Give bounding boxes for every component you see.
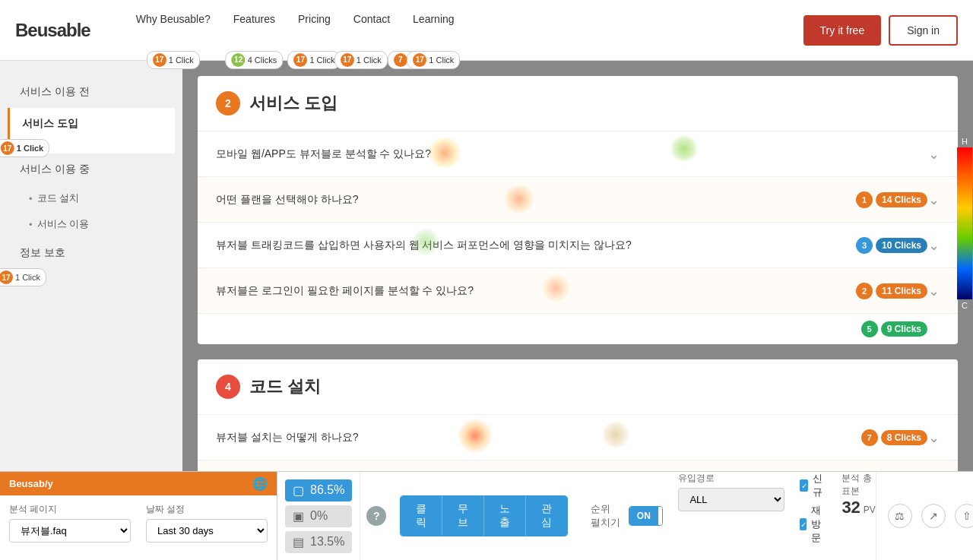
sidebar-item-service-use[interactable]: 서비스 이용 bbox=[8, 211, 175, 237]
tablet-pct: 13.5% bbox=[310, 535, 344, 549]
globe-icon: 🌐 bbox=[252, 476, 268, 491]
click-indicator-1-5: 5 9 Clicks bbox=[861, 321, 927, 337]
bottom-left-panel: Beusab/y 🌐 분석 페이지 뷰저블.faq 날짜 설정 Last 30 … bbox=[0, 472, 277, 560]
faq-chevron-1-2: ⌄ bbox=[928, 191, 940, 208]
click-indicator-2-1: 7 8 Clicks bbox=[861, 429, 927, 446]
action-tab-click[interactable]: 클릭 bbox=[401, 496, 442, 536]
toggle-on[interactable]: ON bbox=[629, 507, 658, 525]
click-indicator-1-2: 1 14 Clicks bbox=[856, 191, 927, 208]
faq-header-1: 2 서비스 도입 bbox=[198, 76, 958, 131]
compare-icon[interactable]: ⚖ bbox=[888, 504, 912, 528]
mobile-pct: 0% bbox=[310, 509, 328, 523]
faq-header-2: 4 코드 설치 bbox=[198, 359, 958, 415]
scale-label-h: H bbox=[956, 137, 973, 146]
device-tab-desktop[interactable]: ▢ 86.5% bbox=[285, 479, 352, 501]
nav-learning[interactable]: Learning 17 1 Click bbox=[413, 13, 455, 48]
click-indicator-1-4: 2 11 Clicks bbox=[856, 283, 927, 299]
check-box-return: ✓ bbox=[800, 518, 806, 530]
nav-contact[interactable]: Contact 17 1 Click 7 1 Click bbox=[353, 13, 390, 48]
header-buttons: Try it free Sign in bbox=[803, 15, 958, 46]
help-area: ? bbox=[360, 472, 392, 560]
sign-in-button[interactable]: Sign in bbox=[889, 15, 958, 46]
nav-features[interactable]: Features 12 4 Clicks bbox=[233, 13, 275, 48]
sidebar-item-before-service[interactable]: 서비스 이용 전 bbox=[8, 76, 175, 108]
faq-text-2-1: 뷰저블 설치는 어떻게 하나요? bbox=[216, 431, 921, 445]
faq-text-1-3: 뷰저블 트래킹코드를 삽입하면 사용자의 웹 서비스 퍼포먼스에 영향을 미치지… bbox=[216, 239, 921, 252]
bottom-brand-header: Beusab/y 🌐 bbox=[0, 472, 277, 495]
pv-group: 분석 총 표본 32 PV bbox=[841, 472, 876, 560]
tablet-icon: ▤ bbox=[293, 535, 304, 549]
faq-chevron-1-3: ⌄ bbox=[928, 237, 940, 254]
check-new[interactable]: ✓ 신규 bbox=[800, 472, 826, 499]
nav: Why Beusable? 17 1 Click Features 12 4 C… bbox=[136, 13, 803, 48]
check-return[interactable]: ✓ 재방문 bbox=[800, 504, 826, 545]
try-free-button[interactable]: Try it free bbox=[803, 15, 882, 46]
share-icon[interactable]: ⇧ bbox=[955, 504, 973, 528]
sidebar-item-info-protect[interactable]: 정보 보호 17 1 Click bbox=[8, 237, 175, 283]
scale-gradient bbox=[957, 147, 972, 299]
desktop-pct: 86.5% bbox=[310, 483, 344, 497]
nav-why[interactable]: Why Beusable? 17 1 Click bbox=[136, 13, 211, 48]
click-indicator-1-3: 3 10 Clicks bbox=[856, 237, 927, 254]
bottom-bar: Beusab/y 🌐 분석 페이지 뷰저블.faq 날짜 설정 Last 30 … bbox=[0, 471, 973, 560]
faq-title-1: 서비스 도입 bbox=[249, 92, 338, 115]
bottom-brand: Beusab/y bbox=[9, 478, 53, 489]
faq-chevron-2-1: ⌄ bbox=[928, 429, 940, 446]
sequence-label: 순위 펼치기 bbox=[591, 502, 622, 530]
desktop-icon: ▢ bbox=[293, 483, 304, 498]
pv-num: 32 bbox=[841, 498, 860, 517]
toggle-pause[interactable]: ▮▮ bbox=[658, 507, 664, 525]
action-tab-move[interactable]: 무브 bbox=[442, 496, 484, 536]
pv-unit: PV bbox=[864, 505, 876, 515]
analysis-page-label: 분석 페이지 bbox=[9, 503, 131, 516]
flow-label: 유입경로 bbox=[678, 472, 784, 485]
sequence-toggle[interactable]: ON ▮▮ bbox=[629, 506, 664, 526]
flow-select[interactable]: ALL bbox=[678, 488, 784, 511]
analysis-page-select[interactable]: 뷰저블.faq bbox=[9, 519, 131, 543]
device-tab-mobile[interactable]: ▣ 0% bbox=[285, 505, 352, 527]
faq-chevron-1-4: ⌄ bbox=[928, 283, 940, 299]
bottom-form: 분석 페이지 뷰저블.faq 날짜 설정 Last 30 days bbox=[0, 495, 277, 550]
section-icon-1: 2 bbox=[216, 91, 240, 115]
sidebar-item-service-intro[interactable]: 서비스 도입 17 1 Click bbox=[8, 108, 175, 153]
pv-value-row: 32 PV bbox=[841, 498, 876, 517]
faq-item-1-2[interactable]: 어떤 플랜을 선택해야 하나요? 1 14 Clicks ⌄ bbox=[198, 177, 958, 223]
date-group: 날짜 설정 Last 30 days bbox=[146, 503, 268, 543]
color-scale-bar: H C bbox=[956, 137, 973, 310]
sidebar-badge-info-protect: 17 1 Click bbox=[0, 268, 46, 286]
date-label: 날짜 설정 bbox=[146, 503, 268, 516]
faq-title-2: 코드 설치 bbox=[249, 375, 321, 398]
nav-learning-badge: 17 1 Click bbox=[407, 51, 460, 69]
sidebar-item-code-install[interactable]: 코드 설치 bbox=[8, 185, 175, 211]
date-select[interactable]: Last 30 days bbox=[146, 519, 268, 543]
check-group: ✓ 신규 ✓ 재방문 bbox=[800, 472, 826, 560]
faq-item-1-4[interactable]: 뷰저블은 로그인이 필요한 페이지를 분석할 수 있나요? 2 11 Click… bbox=[198, 268, 958, 314]
flow-group: 유입경로 ALL bbox=[678, 472, 784, 560]
action-tabs-area: 클릭 무브 노출 관심 bbox=[392, 472, 575, 560]
nav-contact-badge1: 17 1 Click bbox=[334, 51, 388, 69]
device-tabs-area: ▢ 86.5% ▣ 0% ▤ 13.5% bbox=[277, 472, 360, 560]
faq-item-1-3[interactable]: 뷰저블 트래킹코드를 삽입하면 사용자의 웹 서비스 퍼포먼스에 영향을 미치지… bbox=[198, 223, 958, 268]
external-icon[interactable]: ↗ bbox=[921, 504, 946, 528]
faq-text-1-1: 모바일 웹/APP도 뷰저블로 분석할 수 있나요? bbox=[216, 147, 921, 161]
section-service-intro: 2 서비스 도입 모바일 웹/APP도 뷰저블로 분석할 수 있나요? ⌄ 어떤… bbox=[198, 76, 958, 344]
check-return-label: 재방문 bbox=[811, 504, 827, 545]
nav-features-badge: 12 4 Clicks bbox=[226, 51, 284, 69]
faq-item-2-1[interactable]: 뷰저블 설치는 어떻게 하나요? 7 8 Clicks ⌄ bbox=[198, 415, 958, 460]
action-tab-exposure[interactable]: 노출 bbox=[484, 496, 526, 536]
scale-label-c: C bbox=[956, 301, 973, 310]
sidebar-badge-service-intro: 17 1 Click bbox=[0, 139, 49, 157]
header: Beusable Why Beusable? 17 1 Click Featur… bbox=[0, 0, 973, 61]
nav-why-badge: 17 1 Click bbox=[147, 51, 200, 69]
faq-item-1-1[interactable]: 모바일 웹/APP도 뷰저블로 분석할 수 있나요? ⌄ bbox=[198, 131, 958, 177]
help-button[interactable]: ? bbox=[366, 506, 386, 526]
analysis-page-group: 분석 페이지 뷰저블.faq bbox=[9, 503, 131, 543]
action-tabs: 클릭 무브 노출 관심 bbox=[400, 495, 568, 536]
faq-item-1-5[interactable]: 5 9 Clicks bbox=[198, 314, 958, 344]
nav-pricing[interactable]: Pricing 17 1 Click bbox=[298, 13, 331, 48]
device-tab-tablet[interactable]: ▤ 13.5% bbox=[285, 531, 352, 553]
sequence-group: 순위 펼치기 ON ▮▮ bbox=[591, 472, 663, 560]
sidebar-item-using-service[interactable]: 서비스 이용 중 bbox=[8, 153, 175, 185]
action-tab-interest[interactable]: 관심 bbox=[526, 496, 567, 536]
pv-label: 분석 총 표본 bbox=[841, 472, 876, 498]
